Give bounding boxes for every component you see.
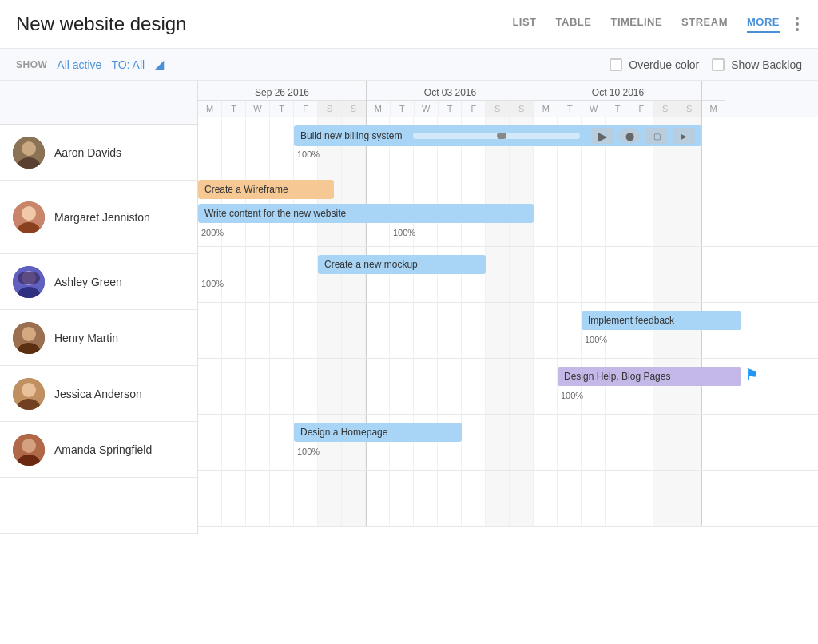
day-header: M (367, 101, 391, 117)
day-cell (486, 471, 510, 526)
day-cell (246, 471, 270, 526)
task-percent: 200% (201, 228, 224, 237)
task-percent: 100% (585, 335, 607, 344)
day-cell (534, 415, 558, 470)
day-cell (534, 471, 558, 526)
day-cell (222, 247, 246, 302)
day-cell (462, 303, 486, 358)
task-percent: 100% (561, 391, 583, 400)
day-cell (270, 303, 294, 358)
person-name: Aaron Davids (54, 146, 121, 159)
day-cell (629, 415, 653, 470)
filter-icon[interactable]: ◢ (154, 57, 164, 72)
day-cell (366, 359, 390, 414)
svg-rect-9 (18, 272, 40, 284)
bar-control-btn[interactable]: ▶ (591, 128, 614, 144)
gantt-row: Create a new mockup 100% (198, 247, 818, 303)
flag-icon: ⚑ (745, 365, 759, 384)
task-percent: 100% (297, 149, 320, 159)
person-row (0, 478, 197, 534)
day-header: W (415, 101, 439, 117)
avatar (13, 266, 45, 298)
task-label: Write content for the new website (204, 208, 346, 219)
overdue-color-option[interactable]: Overdue color (610, 58, 699, 71)
show-backlog-option[interactable]: Show Backlog (712, 58, 802, 71)
day-cell (606, 471, 629, 526)
day-cell (582, 415, 606, 470)
tab-timeline[interactable]: TIMELINE (610, 16, 662, 33)
week-label: Oct 03 2016 (367, 81, 534, 101)
day-cell (342, 359, 366, 414)
svg-point-11 (22, 327, 36, 341)
project-title: New website design (16, 13, 512, 35)
tab-stream[interactable]: STREAM (681, 16, 728, 33)
bar-control-btn[interactable]: ⬤ (618, 128, 641, 144)
day-header: W (582, 101, 606, 117)
bar-control-btn[interactable]: ▢ (645, 128, 668, 144)
day-cell (270, 359, 294, 414)
day-cell (270, 471, 294, 526)
gantt-row: Design Help, Blog Pages ⚑ 100% (198, 359, 818, 415)
day-cell (294, 359, 318, 414)
day-header: S (653, 101, 677, 117)
bar-control-btn[interactable]: ▶ (673, 128, 695, 144)
gantt-bar[interactable]: Build new billing system ▶ ⬤ ▢ ▶ (294, 125, 701, 146)
gantt-bar[interactable]: Design Help, Blog Pages (558, 367, 741, 386)
person-name: Amanda Springfield (54, 443, 152, 456)
people-panel-header (0, 81, 197, 125)
avatar (13, 201, 45, 233)
day-cell (390, 359, 414, 414)
task-label: Design a Homepage (300, 427, 387, 438)
day-cell (677, 173, 701, 246)
gantt-bar[interactable]: Design a Homepage (294, 423, 462, 442)
day-cell (629, 247, 653, 302)
week-label (702, 81, 725, 101)
svg-point-14 (22, 383, 36, 397)
person-name: Margaret Jenniston (54, 211, 150, 224)
gantt-chart[interactable]: Sep 26 2016 M T W T F S S Oct 03 2016 M … (198, 81, 818, 534)
gantt-bar[interactable]: Create a Wireframe (198, 180, 334, 199)
show-backlog-checkbox[interactable] (712, 58, 725, 71)
gantt-weeks-header: Sep 26 2016 M T W T F S S Oct 03 2016 M … (198, 81, 818, 117)
person-row: Henry Martin (0, 310, 197, 366)
task-label: Create a new mockup (324, 259, 418, 270)
day-cell (486, 415, 510, 470)
day-cell (582, 247, 606, 302)
day-cell (342, 471, 366, 526)
day-cell (222, 117, 246, 173)
day-cell (558, 415, 582, 470)
day-cell (294, 303, 318, 358)
day-header: T (270, 101, 294, 117)
all-active-filter[interactable]: All active (57, 58, 101, 71)
tab-list[interactable]: LIST (512, 16, 536, 33)
day-cell (222, 359, 246, 414)
toolbar: SHOW All active TO: All ◢ Overdue color … (0, 49, 818, 81)
avatar (13, 378, 45, 410)
day-cell (198, 303, 222, 358)
gantt-container: Aaron Davids Margaret Jenniston (0, 81, 818, 534)
day-cell (366, 303, 390, 358)
app-header: New website design LIST TABLE TIMELINE S… (0, 0, 818, 49)
tab-table[interactable]: TABLE (556, 16, 592, 33)
more-options-icon[interactable] (792, 14, 802, 34)
day-cell (318, 303, 342, 358)
day-cell (701, 247, 725, 302)
overdue-color-checkbox[interactable] (610, 58, 622, 71)
person-row: Amanda Springfield (0, 422, 197, 478)
avatar (13, 322, 45, 354)
day-cell (677, 415, 701, 470)
gantt-bar[interactable]: Implement feedback (582, 311, 741, 330)
day-cell (582, 471, 606, 526)
gantt-bar[interactable]: Write content for the new website (198, 204, 534, 223)
gantt-row: Design a Homepage 100% (198, 415, 818, 471)
tab-more[interactable]: MORE (747, 16, 780, 33)
to-all-filter[interactable]: TO: All (111, 58, 145, 71)
gantt-bar[interactable]: Create a new mockup (318, 255, 486, 274)
day-cell (318, 359, 342, 414)
overdue-color-label: Overdue color (629, 58, 699, 71)
day-cell (414, 359, 438, 414)
person-row: Ashley Green (0, 254, 197, 310)
day-cell (462, 415, 486, 470)
day-header: S (486, 101, 510, 117)
show-backlog-label: Show Backlog (731, 58, 802, 71)
